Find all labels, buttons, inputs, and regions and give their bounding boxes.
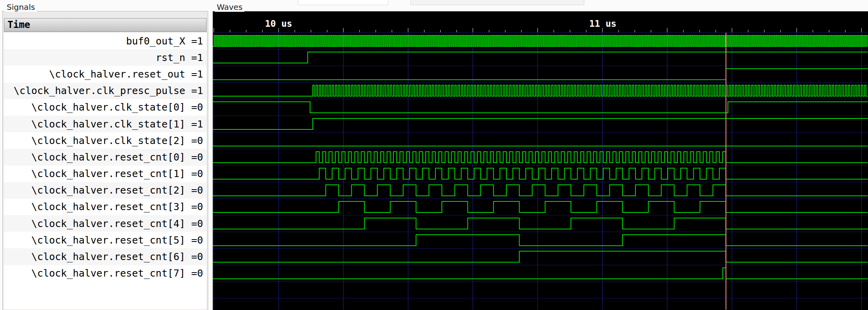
timeline: 10 us11 us <box>214 18 861 32</box>
signal-value: =0 <box>191 251 203 262</box>
signals-panel: Signals Time buf0_out_X=1rst_n=1\clock_h… <box>2 11 208 310</box>
waveform-trace <box>213 68 868 79</box>
signal-value: =0 <box>191 185 203 196</box>
signal-row[interactable]: \clock_halver.reset_cnt[5]=0 <box>4 232 207 248</box>
waveform-trace <box>213 234 868 245</box>
waveform-trace <box>213 151 868 162</box>
signal-value: =0 <box>191 268 203 279</box>
toolbar-remnant <box>298 0 388 5</box>
signal-name: buf0_out_X <box>126 35 185 47</box>
waveform-trace <box>213 185 868 196</box>
signal-row[interactable]: \clock_halver.clk_state[1]=1 <box>4 116 207 132</box>
signal-row[interactable]: buf0_out_X=1 <box>4 33 207 49</box>
signal-value: =1 <box>191 35 203 47</box>
waveform-trace <box>213 201 868 212</box>
waveform-trace <box>213 52 868 63</box>
signal-name: \clock_halver.reset_cnt[3] <box>31 201 185 212</box>
signal-row[interactable]: \clock_halver.clk_state[0]=0 <box>4 99 207 116</box>
waveform-trace <box>213 168 868 179</box>
signal-name: \clock_halver.reset_cnt[6] <box>31 251 185 262</box>
signal-row[interactable]: \clock_halver.reset_cnt[6]=0 <box>4 248 207 265</box>
signal-row[interactable]: \clock_halver.reset_cnt[2]=0 <box>4 182 207 199</box>
timeline-label: 11 us <box>589 18 616 29</box>
signal-name: \clock_halver.reset_cnt[1] <box>31 168 185 179</box>
signal-name: \clock_halver.reset_cnt[2] <box>31 185 185 196</box>
waveform-trace <box>213 268 868 279</box>
signal-value: =0 <box>191 201 203 212</box>
grid-lines <box>213 33 868 310</box>
signal-row[interactable]: rst_n=1 <box>4 49 207 66</box>
signal-row[interactable]: \clock_halver.clk_presc_pulse=1 <box>4 83 207 99</box>
waveform-trace <box>213 35 868 46</box>
signal-row[interactable]: \clock_halver.reset_cnt[1]=0 <box>4 166 207 182</box>
signal-value: =1 <box>191 52 203 63</box>
signal-name: \clock_halver.clk_state[0] <box>31 101 185 113</box>
signal-name: \clock_halver.reset_out <box>49 68 185 80</box>
signal-value: =0 <box>191 101 203 113</box>
signal-name: \clock_halver.clk_presc_pulse <box>13 85 185 96</box>
waveform-trace <box>213 85 868 96</box>
signal-row[interactable]: \clock_halver.reset_out=1 <box>4 66 207 82</box>
signal-row[interactable]: \clock_halver.reset_cnt[7]=0 <box>4 265 207 282</box>
signal-name: \clock_halver.clk_state[2] <box>31 135 185 146</box>
signal-value: =0 <box>191 135 203 146</box>
signal-name: \clock_halver.reset_cnt[5] <box>31 234 185 246</box>
signal-name: \clock_halver.reset_cnt[4] <box>31 218 185 229</box>
signal-value: =0 <box>191 151 203 163</box>
waves-panel-label: Waves <box>215 2 244 12</box>
toolbar-remnant <box>410 0 584 5</box>
signal-value: =1 <box>191 68 203 80</box>
signal-value: =1 <box>191 118 203 130</box>
signals-panel-label: Signals <box>5 2 37 12</box>
signal-row[interactable]: \clock_halver.reset_cnt[4]=0 <box>4 215 207 232</box>
signal-value: =0 <box>191 168 203 179</box>
signal-value: =0 <box>191 218 203 229</box>
waveform-trace <box>213 102 868 113</box>
signal-name: rst_n <box>156 52 185 63</box>
signal-row[interactable]: \clock_halver.clk_state[2]=0 <box>4 132 207 149</box>
time-column-header: Time <box>4 18 207 32</box>
wave-canvas[interactable]: 10 us11 us <box>213 11 868 310</box>
waveform-trace <box>213 218 868 229</box>
waveform-trace <box>213 118 868 129</box>
signal-rows: buf0_out_X=1rst_n=1\clock_halver.reset_o… <box>4 33 207 309</box>
waves-panel: Waves 10 us11 us <box>212 11 868 310</box>
signal-value: =0 <box>191 234 203 246</box>
waveform-trace <box>213 251 868 262</box>
signal-name: \clock_halver.clk_state[1] <box>31 118 185 130</box>
timeline-label: 10 us <box>265 18 292 29</box>
signal-name: \clock_halver.reset_cnt[0] <box>31 151 185 163</box>
signal-row[interactable]: \clock_halver.reset_cnt[0]=0 <box>4 149 207 165</box>
signal-value: =1 <box>191 85 203 96</box>
signal-name: \clock_halver.reset_cnt[7] <box>31 268 185 279</box>
signal-row[interactable]: \clock_halver.reset_cnt[3]=0 <box>4 199 207 215</box>
waveform-traces <box>213 35 868 279</box>
